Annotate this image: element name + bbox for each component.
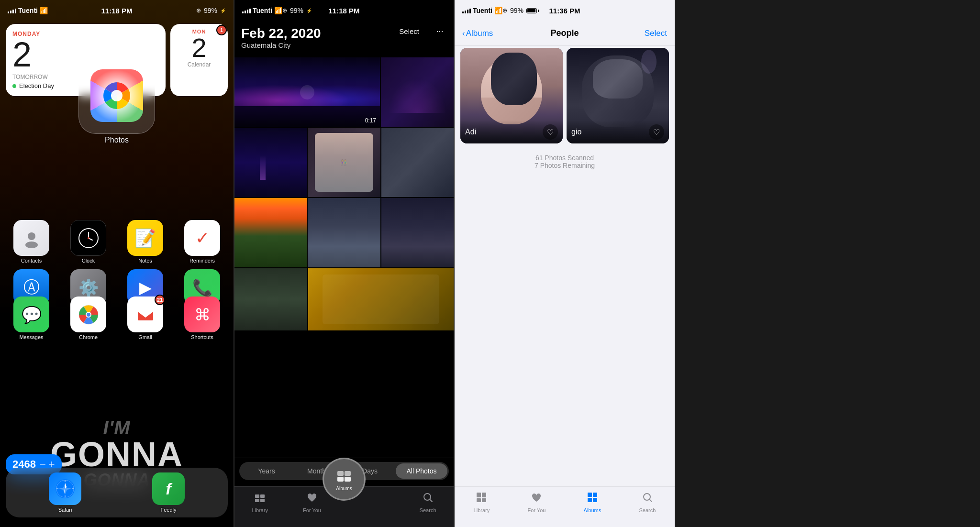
photos-folder[interactable]: Photos — [78, 57, 155, 144]
app-notes-label: Notes — [138, 258, 152, 264]
heart-button-gio[interactable]: ♡ — [649, 124, 664, 140]
select-button[interactable]: Select — [391, 23, 427, 39]
select-button-3[interactable]: Select — [645, 29, 667, 38]
dock-feedly-label: Feedly — [160, 507, 176, 513]
photo-couple-1[interactable]: 👫 — [308, 128, 380, 197]
library-label-3: Library — [474, 507, 490, 513]
search-svg — [422, 492, 434, 503]
bar3-2 — [465, 11, 466, 13]
nav-3-albums[interactable]: Albums — [584, 492, 601, 513]
nav-3-search[interactable]: Search — [639, 492, 656, 513]
photo-sunset[interactable] — [234, 198, 307, 267]
phone1-homescreen: Tuenti 📶 11:18 PM ⊕ 99% ⚡ MONDAY 2 TOMOR… — [0, 0, 234, 527]
app-contacts-label: Contacts — [21, 258, 42, 264]
nav-3-library[interactable]: Library — [474, 492, 490, 513]
person-card-adi[interactable]: Adi ♡ — [460, 48, 563, 143]
app-shortcuts[interactable]: ⌘ Shortcuts — [176, 296, 229, 340]
photo-couple-outdoor[interactable] — [381, 128, 454, 197]
scan-line-1: 61 Photos Scanned — [455, 154, 675, 162]
foryou-icon — [306, 492, 318, 506]
signal-bars-2 — [242, 8, 251, 13]
charging-icon-2: ⚡ — [306, 8, 312, 13]
bar1 — [8, 11, 9, 13]
library-svg — [254, 492, 266, 503]
albums-circle-icon — [336, 467, 352, 486]
location-icon-3: ⊕ — [502, 7, 507, 14]
photos-svg — [100, 79, 134, 112]
status-right-2: ⊕ 99% ⚡ — [282, 7, 312, 14]
photo-concert-large[interactable]: 0:17 — [234, 57, 380, 127]
calendar-widget-small[interactable]: 1 MON 2 Calendar — [170, 24, 228, 96]
dock-app-feedly[interactable]: f Feedly — [152, 472, 185, 513]
status-left-3: Tuenti 📶 — [462, 7, 502, 14]
app-contacts[interactable]: Contacts — [5, 220, 58, 264]
foryou-label-3: For You — [527, 507, 546, 513]
tab-all-photos[interactable]: All Photos — [396, 463, 447, 479]
phone2-photos: Tuenti 📶 11:18 PM ⊕ 99% ⚡ Feb 22, 2020 G… — [234, 0, 455, 527]
app-messages[interactable]: 💬 Messages — [5, 296, 58, 340]
chrome-icon — [78, 304, 99, 325]
library-icon — [254, 492, 266, 506]
photo-concert-2[interactable] — [381, 57, 454, 127]
app-clock[interactable]: Clock — [62, 220, 115, 264]
location-icon-1: ⊕ — [196, 7, 201, 14]
photos-folder-label: Photos — [105, 136, 129, 144]
photo-phone-screenshot[interactable] — [308, 268, 454, 330]
svg-rect-38 — [588, 498, 592, 502]
svg-rect-22 — [255, 494, 259, 498]
battery-pct-2: 99% — [290, 7, 303, 14]
app-chrome[interactable]: Chrome — [62, 296, 115, 340]
bar3-4 — [469, 9, 471, 13]
status-bar-2: Tuenti 📶 11:18 PM ⊕ 99% ⚡ — [234, 0, 454, 21]
albums-icon-3 — [587, 492, 598, 506]
heart-button-adi[interactable]: ♡ — [543, 124, 558, 140]
svg-rect-35 — [482, 498, 486, 502]
foryou-icon-3 — [531, 492, 542, 506]
svg-rect-34 — [477, 498, 481, 502]
nav-search[interactable]: Search — [420, 492, 436, 513]
dock-app-safari[interactable]: Safari — [49, 472, 81, 513]
svg-rect-37 — [593, 493, 597, 497]
mosaic-row-2: 👫 — [234, 128, 454, 197]
carrier-2: Tuenti — [253, 7, 272, 14]
albums-circle-label: Albums — [336, 486, 352, 491]
search-icon-2 — [422, 492, 434, 506]
albums-svg-3 — [587, 492, 598, 503]
search-icon-3 — [642, 492, 653, 506]
gmail-badge: 21 — [155, 295, 165, 305]
svg-line-27 — [430, 499, 432, 502]
bar3-1 — [462, 11, 464, 13]
app-notes[interactable]: 📝 Notes — [119, 220, 172, 264]
calendar-badge: 1 — [216, 25, 227, 35]
app-gmail[interactable]: 21 Gmail — [119, 296, 172, 340]
photo-night-selfie-2[interactable] — [381, 198, 454, 267]
albums-circle[interactable]: Albums — [323, 458, 366, 501]
more-button[interactable]: ··· — [432, 23, 448, 39]
photo-night-selfie-1[interactable] — [308, 198, 380, 267]
app-clock-label: Clock — [82, 258, 95, 264]
bar2 — [10, 11, 11, 13]
app-reminders[interactable]: ✓ Reminders — [176, 220, 229, 264]
charging-icon-1: ⚡ — [220, 8, 226, 13]
person-card-gio[interactable]: gio ♡ — [567, 48, 669, 143]
app-messages-label: Messages — [19, 334, 43, 340]
battery-pct-3: 99% — [510, 7, 523, 14]
app-shortcuts-label: Shortcuts — [191, 334, 213, 340]
heart-svg — [306, 492, 318, 503]
clock-icon — [78, 228, 99, 249]
battery-pct-1: 99% — [204, 7, 217, 14]
more-icon: ··· — [436, 26, 443, 36]
tab-years[interactable]: Years — [241, 463, 292, 479]
back-button[interactable]: ‹ Albums — [462, 29, 493, 38]
location-icon-2: ⊕ — [282, 7, 287, 14]
svg-line-41 — [649, 499, 652, 502]
contacts-icon — [22, 229, 41, 248]
nav-library[interactable]: Library — [252, 492, 268, 513]
photo-location: Guatemala City — [241, 41, 447, 49]
photo-mask-selfie[interactable] — [234, 268, 307, 330]
photo-concert-small[interactable] — [234, 128, 307, 197]
background-filler — [675, 0, 980, 527]
nav-3-foryou[interactable]: For You — [527, 492, 546, 513]
nav-foryou[interactable]: For You — [303, 492, 321, 513]
carrier-3: Tuenti — [473, 7, 492, 14]
